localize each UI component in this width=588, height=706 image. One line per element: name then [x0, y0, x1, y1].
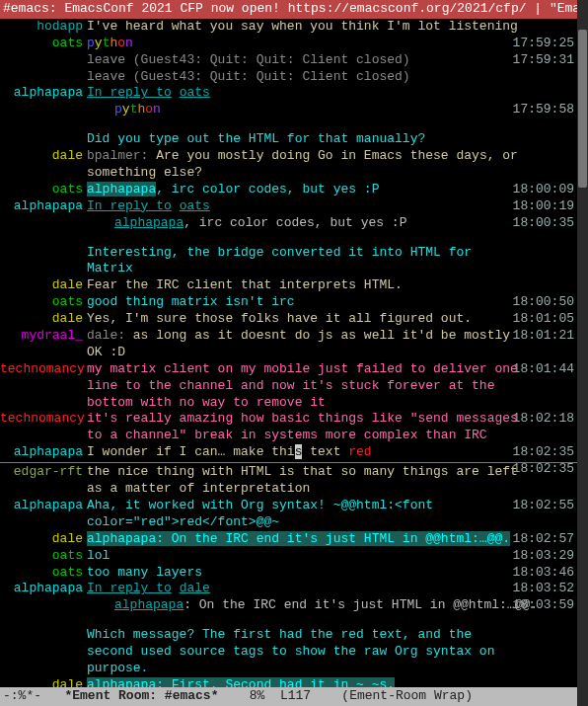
message-text: Aha, it worked with Org syntax! ~@@html:… — [87, 498, 588, 531]
message-row: Interesting, the bridge converted it int… — [0, 245, 588, 278]
message-row: oatstoo many layers18:03:52 — [0, 565, 588, 582]
message-row: Did you type out the HTML for that manua… — [0, 131, 588, 148]
nick: alphapapa — [0, 498, 87, 514]
nick: alphapapa — [0, 85, 87, 102]
nick: technomancy — [0, 411, 87, 428]
message-row: hodappI've heard what you say when you t… — [0, 19, 588, 36]
blank-line — [0, 614, 588, 627]
scrollbar-thumb[interactable] — [578, 30, 587, 188]
separator-rule — [0, 462, 588, 463]
message-row: Which message? The first had the red tex… — [0, 627, 588, 677]
scrollbar-track[interactable] — [577, 0, 588, 706]
modeline-mode: (Ement-Room Wrap) — [341, 688, 473, 705]
message-row: mydraal_dale: as long as it doesnt do js… — [0, 328, 588, 361]
modeline-pct: 8% — [250, 688, 265, 705]
system-message: leave (Guest43: Quit: Quit: Client close… — [0, 52, 588, 69]
message-row: edgar-rftthe nice thing with HTML is tha… — [0, 464, 588, 498]
modeline-buffer: *Ement Room: #emacs* — [64, 688, 218, 705]
message-text: good thing matrix isn't irc — [87, 294, 588, 311]
timestamp: 17:59:58 — [513, 102, 574, 118]
message-row: oatslol18:03:46 — [0, 548, 588, 565]
message-row: alphapapaIn reply to dale18:03:59 — [0, 581, 588, 597]
message-row: daleFear the IRC client that interprets … — [0, 277, 588, 294]
nick: dale — [0, 148, 87, 165]
message-text: python — [87, 36, 588, 52]
message-row: alphapapaI wonder if I can… make this te… — [0, 444, 588, 461]
message-text: Interesting, the bridge converted it int… — [87, 245, 588, 278]
nick: oats — [0, 548, 87, 565]
message-log[interactable]: hodappI've heard what you say when you t… — [0, 19, 588, 694]
message-text: it's really amazing how basic things lik… — [87, 411, 588, 444]
timestamp: 18:00:35 — [513, 215, 574, 232]
message-text: dale: as long as it doesnt do js as well… — [87, 328, 588, 361]
nick: oats — [0, 294, 87, 311]
message-row: daleYes, I'm sure those folks have it al… — [0, 311, 588, 328]
nick: dale — [0, 311, 87, 328]
quoted-reply: alphapapa, irc color codes, but yes :P — [0, 215, 588, 232]
message-row: technomancyit's really amazing how basic… — [0, 411, 588, 444]
nick: alphapapa — [0, 198, 87, 215]
quoted-reply: python — [0, 102, 588, 118]
emacs-frame: { "titlebar": "#emacs: EmacsConf 2021 CF… — [0, 0, 588, 706]
nick: dale — [0, 277, 87, 294]
nick: hodapp — [0, 19, 87, 36]
message-text: Which message? The first had the red tex… — [87, 627, 588, 677]
message-text: In reply to oats — [87, 85, 588, 102]
message-row: oatspython17:59:31 — [0, 36, 588, 52]
blank-line — [0, 118, 588, 131]
message-text: the nice thing with HTML is that so many… — [87, 464, 588, 498]
message-text: bpalmer: Are you mostly doing Go in Emac… — [87, 148, 588, 182]
message-text: too many layers — [87, 565, 588, 582]
system-message: leave (Guest43: Quit: Quit: Client close… — [0, 69, 588, 86]
message-row: dalebpalmer: Are you mostly doing Go in … — [0, 148, 588, 182]
message-text: I wonder if I can… make this text red — [87, 444, 588, 461]
blank-line — [0, 232, 588, 245]
timestamp: 17:59:31 — [513, 52, 574, 69]
message-row: oatsgood thing matrix isn't irc18:01:05 — [0, 294, 588, 311]
message-text: I've heard what you say when you think I… — [87, 19, 588, 36]
modeline-line: L117 — [280, 688, 311, 705]
quoted-reply: alphapapa: On the IRC end it's just HTML… — [0, 597, 588, 614]
message-text: alphapapa, irc color codes, but yes :P — [87, 182, 588, 198]
message-row: alphapapaIn reply to oats17:59:58 — [0, 85, 588, 102]
nick: oats — [0, 182, 87, 198]
message-row: alphapapaAha, it worked with Org syntax!… — [0, 498, 588, 531]
message-text: In reply to oats — [87, 198, 588, 215]
message-text: In reply to dale — [87, 581, 588, 597]
nick: oats — [0, 36, 87, 52]
message-text: Did you type out the HTML for that manua… — [87, 131, 588, 148]
channel-topic-bar: #emacs: EmacsConf 2021 CFP now open! htt… — [0, 0, 588, 19]
message-text: Fear the IRC client that interprets HTML… — [87, 277, 588, 294]
nick: technomancy — [0, 361, 87, 378]
message-row: alphapapaIn reply to oats18:00:35 — [0, 198, 588, 215]
nick: edgar-rft — [0, 464, 87, 481]
nick: dale — [0, 531, 87, 548]
message-text: Yes, I'm sure those folks have it all fi… — [87, 311, 588, 328]
message-row: technomancymy matrix client on my mobile… — [0, 361, 588, 412]
modeline-status: -:%*- — [3, 688, 41, 705]
nick: alphapapa — [0, 444, 87, 461]
nick: alphapapa — [0, 581, 87, 597]
nick: oats — [0, 565, 87, 582]
message-row: dalealphapapa: On the IRC end it's just … — [0, 531, 588, 548]
message-text: lol — [87, 548, 588, 565]
message-text: alphapapa: On the IRC end it's just HTML… — [87, 531, 588, 548]
nick: mydraal_ — [0, 328, 87, 345]
message-row: oatsalphapapa, irc color codes, but yes … — [0, 182, 588, 198]
timestamp: 18:03:59 — [513, 597, 574, 614]
mode-line: -:%*- *Ement Room: #emacs* 8% L117 (Emen… — [0, 687, 577, 706]
message-text: my matrix client on my mobile just faile… — [87, 361, 588, 412]
